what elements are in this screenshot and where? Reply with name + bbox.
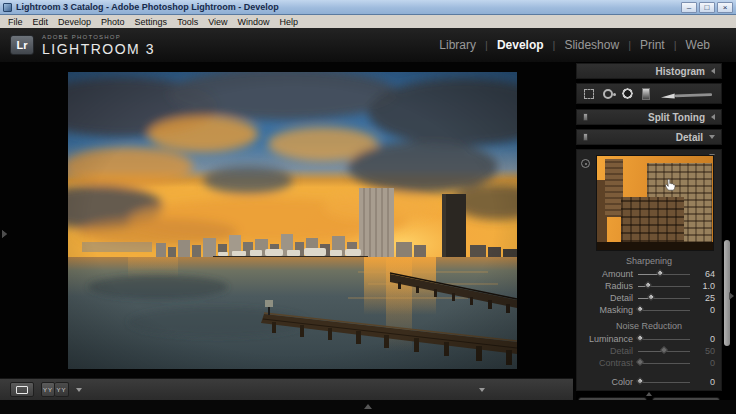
- slider-label: Color: [577, 377, 633, 387]
- preview-tower: [605, 159, 622, 217]
- spot-removal-icon[interactable]: [603, 89, 613, 99]
- noise-reduction-section-title: Noise Reduction: [577, 321, 721, 331]
- sharpening-section-title: Sharpening: [577, 256, 721, 266]
- before-after-left-right-button[interactable]: YY: [41, 382, 55, 397]
- detail-panel-header[interactable]: Detail: [576, 129, 722, 145]
- filmstrip-collapsed-bar: [0, 400, 736, 414]
- left-panel-collapse-icon[interactable]: [2, 230, 7, 238]
- window-titlebar[interactable]: Lightroom 3 Catalog - Adobe Photoshop Li…: [0, 0, 736, 15]
- slider-track[interactable]: [638, 339, 690, 340]
- minimize-button[interactable]: –: [681, 2, 697, 13]
- menu-help[interactable]: Help: [275, 17, 304, 27]
- menu-view[interactable]: View: [203, 17, 232, 27]
- graduated-filter-icon[interactable]: [642, 88, 650, 100]
- slider-track[interactable]: [638, 363, 690, 364]
- module-library[interactable]: Library: [439, 38, 476, 52]
- collapse-down-icon: [709, 135, 715, 139]
- slider-track[interactable]: [638, 274, 690, 275]
- brand-block: ADOBE PHOTOSHOP LIGHTROOM 3: [42, 34, 155, 56]
- slider-thumb[interactable]: [644, 281, 652, 289]
- content-area: YY YY Histogram: [0, 62, 736, 400]
- slider-track[interactable]: [638, 382, 690, 383]
- brand-bottom-text: LIGHTROOM 3: [42, 42, 155, 56]
- slider-amount[interactable]: Amount 64: [577, 268, 721, 280]
- slider-label: Amount: [577, 269, 633, 279]
- panel-switch-icon[interactable]: [583, 133, 588, 141]
- loupe-view-button[interactable]: [10, 382, 34, 397]
- detail-zoom-preview[interactable]: [596, 155, 714, 251]
- slider-color[interactable]: Color 0: [577, 376, 721, 388]
- slider-track[interactable]: [638, 351, 690, 352]
- slider-thumb[interactable]: [635, 377, 643, 385]
- slider-track[interactable]: [638, 310, 690, 311]
- toolbar-options-caret-icon[interactable]: [479, 388, 485, 392]
- module-separator: |: [628, 39, 631, 51]
- main-canvas-area: YY YY: [0, 62, 576, 400]
- right-panel-collapse-icon[interactable]: [729, 292, 734, 300]
- split-toning-panel-header[interactable]: Split Toning: [576, 109, 722, 125]
- module-slideshow[interactable]: Slideshow: [564, 38, 619, 52]
- histogram-panel-header[interactable]: Histogram: [576, 63, 722, 79]
- crop-overlay-icon[interactable]: [584, 89, 594, 99]
- menu-edit[interactable]: Edit: [28, 17, 54, 27]
- menu-photo[interactable]: Photo: [96, 17, 130, 27]
- module-web[interactable]: Web: [686, 38, 710, 52]
- slider-value: 50: [695, 346, 715, 356]
- window-controls: – □ ×: [681, 2, 733, 13]
- module-develop[interactable]: Develop: [497, 38, 544, 52]
- detail-panel-title: Detail: [676, 132, 703, 143]
- panel-switch-icon[interactable]: [583, 113, 588, 121]
- right-panel: Histogram: [576, 62, 736, 400]
- preview-treeline: [597, 242, 713, 250]
- detail-preview-target-icon[interactable]: [581, 159, 590, 168]
- window-title: Lightroom 3 Catalog - Adobe Photoshop Li…: [16, 2, 279, 12]
- menu-develop[interactable]: Develop: [53, 17, 96, 27]
- menu-file[interactable]: File: [3, 17, 28, 27]
- before-after-buttons: YY YY: [41, 382, 69, 397]
- module-separator: |: [674, 39, 677, 51]
- slider-nr-detail[interactable]: Detail 50: [577, 345, 721, 357]
- slider-thumb[interactable]: [660, 346, 668, 354]
- slider-label: Radius: [577, 281, 633, 291]
- panel-end-notch-icon: [646, 392, 652, 396]
- slider-track[interactable]: [638, 286, 690, 287]
- photo-canvas[interactable]: [68, 72, 517, 369]
- slider-value: 64: [695, 269, 715, 279]
- slider-track[interactable]: [638, 298, 690, 299]
- menu-window[interactable]: Window: [233, 17, 275, 27]
- detail-panel-body: Sharpening Amount 64 Radius 1.0 Detail: [576, 149, 722, 391]
- lightroom-logo: Lr: [10, 35, 34, 55]
- before-after-split-button[interactable]: YY: [55, 382, 69, 397]
- slider-label: Masking: [577, 305, 633, 315]
- slider-value: 1.0: [695, 281, 715, 291]
- view-mode-caret-icon[interactable]: [76, 388, 82, 392]
- harbor-sunset-photo: [68, 72, 517, 369]
- module-print[interactable]: Print: [640, 38, 665, 52]
- split-toning-panel-title: Split Toning: [648, 112, 705, 123]
- bottom-toolbar: YY YY: [0, 378, 573, 400]
- slider-thumb[interactable]: [635, 305, 643, 313]
- slider-thumb[interactable]: [635, 334, 643, 342]
- brand-top-text: ADOBE PHOTOSHOP: [42, 34, 155, 40]
- slider-masking[interactable]: Masking 0: [577, 304, 721, 316]
- histogram-panel-title: Histogram: [656, 66, 705, 77]
- close-button[interactable]: ×: [717, 2, 733, 13]
- menu-tools[interactable]: Tools: [172, 17, 203, 27]
- slider-thumb[interactable]: [656, 269, 664, 277]
- menu-bar: File Edit Develop Photo Settings Tools V…: [0, 15, 736, 28]
- maximize-button[interactable]: □: [699, 2, 715, 13]
- slider-luminance[interactable]: Luminance 0: [577, 333, 721, 345]
- adjustment-brush-icon[interactable]: [659, 88, 714, 100]
- module-header: Lr ADOBE PHOTOSHOP LIGHTROOM 3 Library |…: [0, 28, 736, 62]
- slider-contrast[interactable]: Contrast 0: [577, 357, 721, 369]
- slider-label: Luminance: [577, 334, 633, 344]
- slider-detail[interactable]: Detail 25: [577, 292, 721, 304]
- slider-value: 0: [695, 358, 715, 368]
- menu-settings[interactable]: Settings: [130, 17, 173, 27]
- slider-thumb[interactable]: [635, 358, 643, 366]
- collapse-left-icon: [711, 114, 715, 120]
- slider-radius[interactable]: Radius 1.0: [577, 280, 721, 292]
- filmstrip-expand-icon[interactable]: [364, 404, 372, 409]
- slider-thumb[interactable]: [647, 293, 655, 301]
- red-eye-correction-icon[interactable]: [622, 88, 633, 99]
